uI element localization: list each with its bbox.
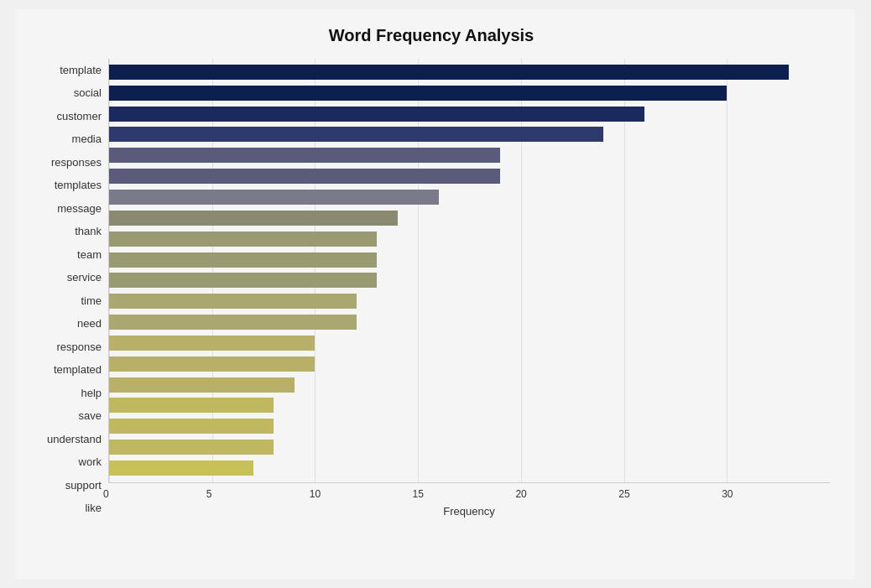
bars-wrapper xyxy=(109,59,830,482)
bar xyxy=(109,232,377,247)
bar-row xyxy=(109,231,830,247)
bar-row xyxy=(109,85,830,101)
bar xyxy=(109,294,357,309)
chart-container: Word Frequency Analysis templatesocialcu… xyxy=(16,9,855,580)
y-label: understand xyxy=(47,434,102,445)
y-label: save xyxy=(79,410,102,421)
bar xyxy=(109,461,253,476)
y-label: templated xyxy=(54,364,102,375)
bar-row xyxy=(109,377,830,393)
bar-row xyxy=(109,314,830,330)
bar xyxy=(109,315,357,330)
bar xyxy=(109,356,315,372)
chart-title: Word Frequency Analysis xyxy=(33,26,830,45)
bar-row xyxy=(109,272,830,289)
bar xyxy=(109,377,295,393)
y-label: social xyxy=(74,87,102,98)
bar-row xyxy=(109,252,830,268)
bar xyxy=(109,440,274,455)
bar-row xyxy=(109,106,830,122)
bar-row xyxy=(109,418,830,434)
y-label: template xyxy=(60,65,102,75)
bar xyxy=(109,107,644,122)
bar-row xyxy=(109,210,830,226)
bar-row xyxy=(109,126,830,143)
x-axis-label: Frequency xyxy=(108,505,830,518)
bar-row xyxy=(109,168,830,185)
y-label: work xyxy=(79,456,102,467)
bar xyxy=(109,336,315,351)
bar xyxy=(109,252,377,268)
y-axis: templatesocialcustomermediaresponsestemp… xyxy=(33,59,108,520)
y-label: thank xyxy=(75,226,102,237)
y-label: support xyxy=(65,480,102,491)
bar xyxy=(109,65,789,80)
y-label: media xyxy=(72,133,102,144)
bar xyxy=(109,127,603,142)
bar-row xyxy=(109,64,830,81)
bar xyxy=(109,419,274,434)
bar-row xyxy=(109,397,830,414)
bar-row xyxy=(109,356,830,372)
bar-row xyxy=(109,460,830,476)
bar-row xyxy=(109,439,830,455)
y-label: help xyxy=(81,388,102,398)
bar-row xyxy=(109,147,830,164)
bar-row xyxy=(109,335,830,351)
y-label: time xyxy=(81,295,102,306)
y-label: message xyxy=(57,203,102,214)
y-label: response xyxy=(57,341,102,352)
bar xyxy=(109,169,500,184)
bar xyxy=(109,190,439,205)
bar xyxy=(109,398,274,413)
bars-and-xaxis: Frequency 051015202530 xyxy=(108,59,830,520)
bar-row xyxy=(109,189,830,206)
y-label: responses xyxy=(51,157,102,168)
bar xyxy=(109,273,377,288)
y-label: team xyxy=(77,249,102,260)
y-label: like xyxy=(85,502,102,513)
bars-area xyxy=(108,59,830,483)
y-label: need xyxy=(77,318,102,329)
x-axis: Frequency 051015202530 xyxy=(108,487,830,520)
y-label: service xyxy=(67,272,102,283)
bar xyxy=(109,148,500,163)
bar-row xyxy=(109,293,830,310)
y-label: templates xyxy=(55,180,102,190)
y-label: customer xyxy=(57,111,102,122)
bar xyxy=(109,211,398,226)
bar xyxy=(109,86,727,101)
chart-area: templatesocialcustomermediaresponsestemp… xyxy=(33,59,830,520)
